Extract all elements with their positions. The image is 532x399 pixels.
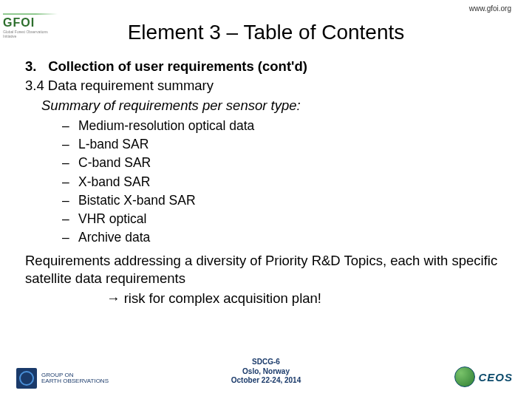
list-item-label: C-band SAR: [78, 154, 151, 171]
list-item-label: Bistatic X-band SAR: [78, 192, 196, 209]
list-item: –VHR optical: [62, 211, 510, 228]
gfoi-logo: GFOI Global Forest Observations Initiati…: [3, 13, 58, 35]
section-number: 3.: [25, 58, 44, 75]
list-item: –Medium-resolution optical data: [62, 117, 510, 134]
list-item: –X-band SAR: [62, 174, 510, 191]
sensor-list: –Medium-resolution optical data – L-band…: [62, 117, 510, 246]
gfoi-logo-text: GFOI: [3, 16, 58, 30]
geo-logo-line2: EARTH OBSERVATIONS: [41, 378, 109, 384]
list-item-label: VHR optical: [78, 211, 146, 228]
footer: GROUP ON EARTH OBSERVATIONS SDCG-6 Oslo,…: [0, 358, 532, 395]
list-item: –Bistatic X-band SAR: [62, 192, 510, 209]
list-item-label: Archive data: [78, 229, 150, 246]
globe-icon: [454, 366, 475, 387]
list-item: – L-band SAR: [62, 136, 510, 153]
geo-logo-icon: [16, 368, 37, 389]
list-item: –Archive data: [62, 229, 510, 246]
list-item-label: Medium-resolution optical data: [78, 117, 254, 134]
footer-line1: SDCG-6: [0, 358, 532, 367]
section-heading: 3. Collection of user requirements (cont…: [25, 58, 510, 75]
list-item: –C-band SAR: [62, 154, 510, 171]
page-title: Element 3 – Table of Contents: [22, 21, 510, 44]
closing-paragraph: Requirements addressing a diversity of P…: [25, 252, 510, 288]
list-item-label: X-band SAR: [78, 174, 150, 191]
body: 3. Collection of user requirements (cont…: [22, 58, 510, 307]
ceos-text: CEOS: [478, 371, 513, 383]
section-heading-text: Collection of user requirements (cont'd): [48, 58, 307, 74]
subsection-heading: Data requirement summary: [48, 78, 214, 93]
subsection-number: 3.4: [25, 78, 44, 93]
risk-line: → risk for complex acquisition plan!: [106, 290, 510, 307]
slide: www.gfoi.org GFOI Global Forest Observat…: [0, 0, 532, 399]
gfoi-logo-subtitle: Global Forest Observations Initiative: [3, 30, 58, 38]
summary-line: Summary of requirements per sensor type:: [41, 97, 510, 115]
list-item-label: L-band SAR: [78, 136, 149, 153]
geo-logo: GROUP ON EARTH OBSERVATIONS: [16, 368, 109, 389]
subsection-line: 3.4 Data requirement summary: [25, 77, 510, 95]
ceos-logo: CEOS: [454, 366, 513, 387]
url-label: www.gfoi.org: [469, 4, 511, 13]
